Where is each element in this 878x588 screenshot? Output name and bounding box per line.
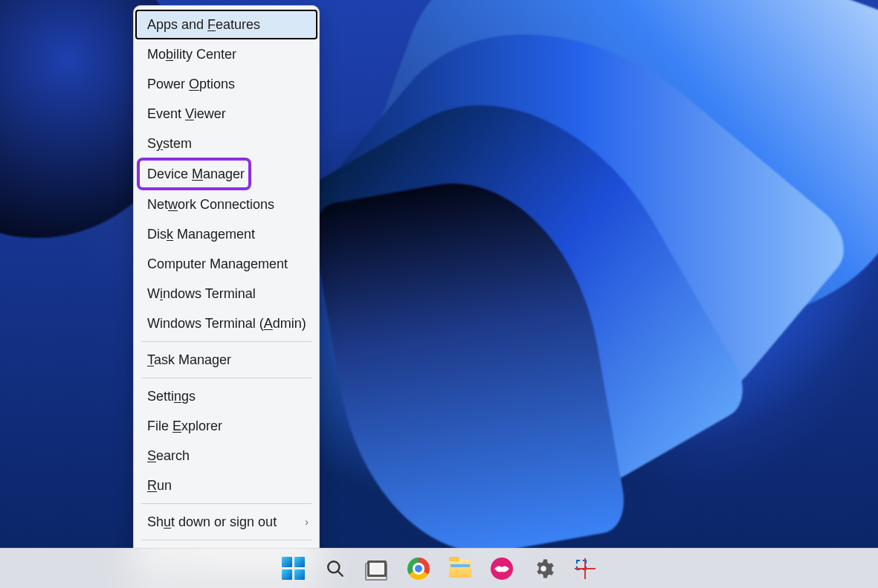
menu-item-file-explorer[interactable]: File Explorer	[134, 411, 319, 441]
menu-item-label: Settings	[147, 387, 196, 405]
chrome-app[interactable]	[406, 556, 431, 581]
task-view-icon	[367, 560, 387, 577]
menu-separator	[141, 378, 312, 378]
desktop: Apps and FeaturesMobility CenterPower Op…	[0, 0, 878, 588]
menu-item-label: System	[147, 135, 192, 152]
menu-item-label: Run	[147, 476, 172, 494]
menu-item-network-connections[interactable]: Network Connections	[134, 190, 319, 219]
menu-item-label: Search	[147, 447, 190, 465]
folder-icon	[449, 560, 471, 578]
file-explorer-app[interactable]	[448, 556, 473, 581]
wallpaper	[0, 0, 878, 588]
gear-icon	[532, 558, 555, 580]
menu-item-label: File Explorer	[147, 417, 222, 435]
settings-app[interactable]	[531, 556, 556, 581]
menu-item-windows-terminal-admin[interactable]: Windows Terminal (Admin)	[134, 308, 319, 338]
menu-item-device-manager[interactable]: Device Manager	[138, 159, 250, 189]
menu-item-search[interactable]: Search	[134, 441, 319, 471]
menu-item-apps-and-features[interactable]: Apps and Features	[135, 10, 317, 39]
menu-item-label: Event Viewer	[147, 105, 226, 123]
menu-item-windows-terminal[interactable]: Windows Terminal	[134, 279, 319, 308]
search-button[interactable]	[323, 556, 348, 581]
menu-item-computer-management[interactable]: Computer Management	[134, 249, 319, 279]
start-button[interactable]	[281, 556, 306, 581]
menu-item-settings[interactable]: Settings	[134, 381, 319, 411]
menu-item-label: Power Options	[147, 75, 235, 93]
menu-separator	[141, 341, 312, 342]
snip-icon	[575, 558, 595, 579]
menu-item-label: Shut down or sign out	[147, 513, 277, 531]
menu-item-label: Disk Management	[147, 225, 255, 243]
menu-item-label: Computer Management	[147, 255, 288, 273]
search-icon	[326, 559, 345, 578]
menu-item-label: Windows Terminal	[147, 285, 256, 303]
taskbar	[0, 548, 878, 588]
menu-item-label: Device Manager	[147, 165, 245, 183]
menu-separator	[141, 540, 312, 540]
windows-logo-icon	[282, 557, 305, 580]
lips-app[interactable]	[489, 556, 514, 581]
menu-separator	[141, 503, 312, 504]
task-view-button[interactable]	[364, 556, 390, 581]
chrome-icon	[407, 558, 430, 580]
menu-item-label: Network Connections	[147, 196, 274, 213]
menu-item-label: Apps and Features	[147, 16, 260, 33]
menu-item-task-manager[interactable]: Task Manager	[134, 345, 319, 375]
menu-item-system[interactable]: System	[134, 129, 319, 158]
chevron-right-icon: ›	[305, 513, 309, 531]
lips-icon	[491, 558, 513, 580]
menu-item-event-viewer[interactable]: Event Viewer	[134, 99, 319, 129]
menu-item-shut-down-or-sign-out[interactable]: Shut down or sign out›	[134, 507, 319, 537]
menu-item-power-options[interactable]: Power Options	[134, 69, 319, 99]
menu-item-disk-management[interactable]: Disk Management	[134, 219, 319, 249]
winx-context-menu: Apps and FeaturesMobility CenterPower Op…	[133, 5, 320, 578]
menu-item-label: Windows Terminal (Admin)	[147, 314, 306, 332]
svg-line-1	[338, 571, 343, 576]
svg-point-2	[540, 566, 546, 572]
menu-item-run[interactable]: Run	[134, 471, 319, 500]
menu-item-label: Mobility Center	[147, 45, 236, 63]
snipping-tool-app[interactable]	[572, 556, 598, 581]
menu-item-label: Task Manager	[147, 351, 231, 369]
menu-item-mobility-center[interactable]: Mobility Center	[134, 39, 319, 69]
